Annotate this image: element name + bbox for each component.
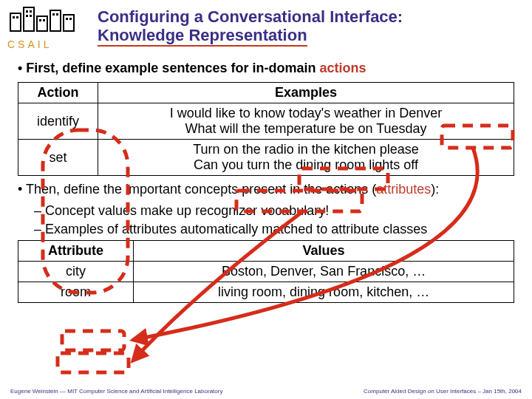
footer-left: Eugene Weinstein — MIT Computer Science … xyxy=(10,388,222,395)
bullet-attributes: Then, define the important concepts pres… xyxy=(18,182,514,197)
table-header-row: Attribute Values xyxy=(18,241,514,262)
csail-logo: CSAIL xyxy=(7,4,89,50)
col-attribute: Attribute xyxy=(18,241,134,262)
title-line-1: Configuring a Conversational Interface: xyxy=(98,7,403,26)
cell-examples: I would like to know today's weather in … xyxy=(98,103,514,140)
bullet-attributes-suffix: ): xyxy=(431,182,439,197)
svg-rect-6 xyxy=(16,16,18,18)
table-row: room living room, dining room, kitchen, … xyxy=(18,282,514,303)
svg-rect-5 xyxy=(13,16,15,18)
svg-rect-4 xyxy=(64,15,74,31)
sub-bullet: Examples of attributes automatically mat… xyxy=(34,222,514,237)
svg-rect-1 xyxy=(24,7,34,31)
cell-action: identify xyxy=(18,103,98,140)
example-line: I would like to know today's weather in … xyxy=(170,106,443,120)
bullet-actions-text: First, define example sentences for in-d… xyxy=(26,61,319,75)
attributes-table: Attribute Values city Boston, Denver, Sa… xyxy=(18,240,514,303)
slide-body: First, define example sentences for in-d… xyxy=(0,53,532,303)
bullet-actions: First, define example sentences for in-d… xyxy=(18,61,514,76)
cell-attr: room xyxy=(18,282,134,303)
svg-rect-3 xyxy=(50,10,61,31)
cell-attr: city xyxy=(18,262,134,282)
svg-rect-8 xyxy=(30,10,32,13)
svg-rect-16 xyxy=(69,18,72,20)
svg-rect-9 xyxy=(26,15,28,17)
attributes-keyword: attributes xyxy=(376,182,431,197)
svg-rect-15 xyxy=(66,18,68,20)
title-line-2: Knowledge Representation xyxy=(98,26,307,47)
slide-title: Configuring a Conversational Interface: … xyxy=(89,4,403,45)
logo-text: CSAIL xyxy=(7,38,89,50)
col-action: Action xyxy=(18,83,98,103)
svg-rect-10 xyxy=(30,15,32,17)
svg-rect-21 xyxy=(62,331,124,350)
svg-rect-12 xyxy=(43,19,45,21)
svg-rect-13 xyxy=(52,13,55,16)
svg-rect-0 xyxy=(10,13,21,31)
svg-rect-14 xyxy=(56,13,58,16)
table-row: city Boston, Denver, San Francisco, … xyxy=(18,262,514,282)
table-row: identify I would like to know today's we… xyxy=(18,103,514,140)
actions-table: Action Examples identify I would like to… xyxy=(18,82,514,176)
svg-rect-7 xyxy=(26,10,28,13)
footer-right: Computer Aided Design on User Interfaces… xyxy=(364,388,522,395)
svg-rect-2 xyxy=(37,16,47,31)
example-line: Can you turn the dining room lights off xyxy=(194,157,418,172)
cell-examples: Turn on the radio in the kitchen please … xyxy=(98,140,514,176)
col-values: Values xyxy=(134,241,514,262)
cell-vals: Boston, Denver, San Francisco, … xyxy=(134,262,514,282)
sub-bullet: Concept values make up recognizer vocabu… xyxy=(34,203,514,219)
cell-action: set xyxy=(18,140,98,176)
cell-vals: living room, dining room, kitchen, … xyxy=(134,282,514,303)
actions-keyword: actions xyxy=(319,61,366,75)
table-row: set Turn on the radio in the kitchen ple… xyxy=(18,140,514,176)
slide-footer: Eugene Weinstein — MIT Computer Science … xyxy=(0,388,532,395)
table-header-row: Action Examples xyxy=(18,83,514,103)
example-line: Turn on the radio in the kitchen please xyxy=(193,142,419,157)
buildings-icon xyxy=(7,4,81,34)
svg-rect-11 xyxy=(39,19,41,21)
svg-rect-22 xyxy=(58,353,129,372)
col-examples: Examples xyxy=(98,83,514,103)
slide-header: CSAIL Configuring a Conversational Inter… xyxy=(0,0,532,53)
example-line: What will the temperature be on Tuesday xyxy=(185,121,426,136)
bullet-attributes-text: Then, define the important concepts pres… xyxy=(26,182,376,197)
